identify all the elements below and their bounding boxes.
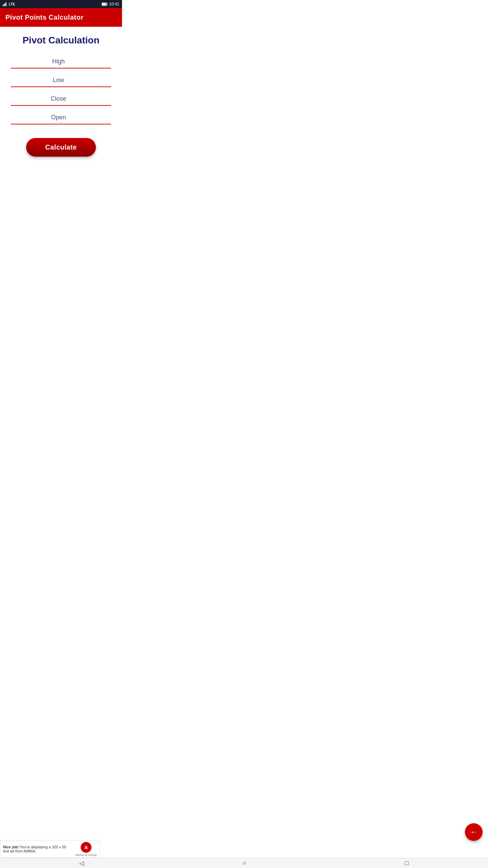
svg-rect-2 bbox=[5, 3, 5, 6]
high-input[interactable] bbox=[11, 55, 111, 68]
status-bar-right: 10:41 bbox=[102, 2, 119, 6]
low-input[interactable] bbox=[11, 74, 111, 87]
open-input-group bbox=[11, 111, 111, 124]
svg-rect-3 bbox=[6, 2, 6, 6]
time-display: 10:41 bbox=[109, 2, 119, 6]
page-title: Pivot Calculation bbox=[22, 35, 99, 46]
svg-rect-5 bbox=[107, 3, 107, 5]
app-bar: Pivot Points Calculator bbox=[0, 8, 122, 27]
low-input-group bbox=[11, 74, 111, 87]
app-bar-title: Pivot Points Calculator bbox=[5, 14, 83, 21]
lte-label: LTE bbox=[9, 2, 15, 6]
high-input-group bbox=[11, 55, 111, 68]
svg-rect-0 bbox=[3, 5, 3, 6]
status-bar-left: LTE bbox=[3, 2, 15, 6]
svg-rect-1 bbox=[4, 4, 4, 6]
calculate-button[interactable]: Calculate bbox=[26, 138, 96, 157]
close-input-group bbox=[11, 93, 111, 106]
main-content: Pivot Calculation Calculate bbox=[0, 27, 122, 260]
sim-icon bbox=[3, 2, 7, 6]
battery-icon bbox=[102, 2, 108, 6]
status-bar: LTE 10:41 bbox=[0, 0, 122, 8]
open-input[interactable] bbox=[11, 111, 111, 124]
close-input[interactable] bbox=[11, 93, 111, 106]
